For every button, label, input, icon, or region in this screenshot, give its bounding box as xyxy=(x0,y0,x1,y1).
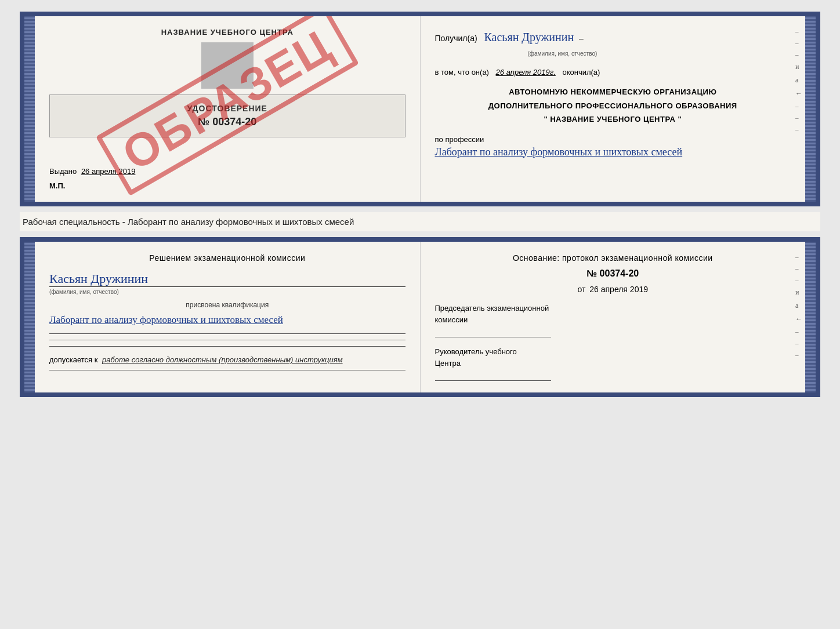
issued-date: 26 апреля 2019 xyxy=(81,167,136,176)
finished-label: окончил(а) xyxy=(562,68,600,77)
osnov-title: Основание: протокол экзаменационной коми… xyxy=(435,253,791,263)
bottom-name: Касьян Дружинин xyxy=(49,271,148,286)
admission-text: работе согласно должностным (производств… xyxy=(102,355,343,364)
issued-line: Выдано 26 апреля 2019 xyxy=(49,167,405,176)
bottom-name-label: (фамилия, имя, отчество) xyxy=(49,289,405,295)
name-underline xyxy=(49,286,405,287)
received-name: Касьян Дружинин xyxy=(484,31,574,43)
received-prefix: Получил(а) xyxy=(435,34,477,43)
side-dashes-top: – – – и а ← – – – xyxy=(795,28,802,133)
photo-placeholder xyxy=(201,42,254,89)
cert-box: УДОСТОВЕРЕНИЕ № 00374-20 xyxy=(49,94,405,137)
spine-left xyxy=(24,16,35,202)
profession-block: по профессии Лаборант по анализу формово… xyxy=(435,135,791,161)
admission-block: допускается к работе согласно должностны… xyxy=(49,355,405,364)
school-name-title: НАЗВАНИЕ УЧЕБНОГО ЦЕНТРА xyxy=(49,28,405,37)
bottom-left-panel: Решением экзаменационной комиссии Касьян… xyxy=(35,242,421,392)
protocol-number: № 00374-20 xyxy=(435,268,791,279)
org-block: АВТОНОМНУЮ НЕКОММЕРЧЕСКУЮ ОРГАНИЗАЦИЮ ДО… xyxy=(435,85,791,126)
org-line3: " НАЗВАНИЕ УЧЕБНОГО ЦЕНТРА " xyxy=(435,112,791,126)
org-line2: ДОПОЛНИТЕЛЬНОГО ПРОФЕССИОНАЛЬНОГО ОБРАЗО… xyxy=(435,99,791,112)
komissia-title: Решением экзаменационной комиссии xyxy=(49,253,405,263)
middle-text: Рабочая специальность - Лаборант по анал… xyxy=(20,212,820,231)
dash-separator: – xyxy=(579,34,584,43)
h-line-1 xyxy=(49,333,405,334)
top-document: НАЗВАНИЕ УЧЕБНОГО ЦЕНТРА УДОСТОВЕРЕНИЕ №… xyxy=(20,12,820,206)
head-label: Руководитель учебногоЦентра xyxy=(435,346,791,369)
top-right-panel: Получил(а) Касьян Дружинин – (фамилия, и… xyxy=(421,16,806,202)
bottom-document: Решением экзаменационной комиссии Касьян… xyxy=(20,237,820,397)
bottom-name-block: Касьян Дружинин (фамилия, имя, отчество) xyxy=(49,271,405,295)
spine-right-top xyxy=(805,16,816,202)
chairman-label: Председатель экзаменационнойкомиссии xyxy=(435,303,791,325)
admission-prefix: допускается к xyxy=(49,355,97,364)
qualification-text: Лаборант по анализу формовочных и шихтов… xyxy=(49,312,405,328)
org-line1: АВТОНОМНУЮ НЕКОММЕРЧЕСКУЮ ОРГАНИЗАЦИЮ xyxy=(435,85,791,99)
cert-number: № 00374-20 xyxy=(59,116,396,128)
chairman-sig-line xyxy=(435,337,551,337)
received-line: Получил(а) Касьян Дружинин – (фамилия, и… xyxy=(435,28,791,59)
bottom-right-panel: Основание: протокол экзаменационной коми… xyxy=(421,242,806,392)
date-prefix: в том, что он(а) xyxy=(435,68,489,77)
mp-label: М.П. xyxy=(49,181,405,190)
side-dashes-bottom: – – – и а ← – – – xyxy=(795,253,802,358)
h-line-3 xyxy=(49,346,405,347)
from-date-value: 26 апреля 2019 xyxy=(589,285,648,294)
name-label: (фамилия, имя, отчество) xyxy=(528,50,598,57)
profession-text: Лаборант по анализу формовочных и шихтов… xyxy=(435,144,791,161)
from-date: от 26 апреля 2019 xyxy=(435,285,791,294)
date-value: 26 апреля 2019г. xyxy=(496,68,556,77)
from-prefix: от xyxy=(577,285,585,294)
qualification-label: присвоена квалификация xyxy=(49,301,405,309)
h-line-4 xyxy=(49,370,405,370)
top-left-panel: НАЗВАНИЕ УЧЕБНОГО ЦЕНТРА УДОСТОВЕРЕНИЕ №… xyxy=(35,16,421,202)
spine-left-bottom xyxy=(24,242,35,392)
profession-label: по профессии xyxy=(435,135,791,144)
date-line: в том, что он(а) 26 апреля 2019г. окончи… xyxy=(435,68,791,77)
head-sig-line xyxy=(435,380,551,381)
stamp-container: УДОСТОВЕРЕНИЕ № 00374-20 ОБРАЗЕЦ xyxy=(49,42,405,158)
h-line-2 xyxy=(49,340,405,340)
cert-title: УДОСТОВЕРЕНИЕ xyxy=(59,104,396,113)
spine-right-bottom xyxy=(805,242,816,392)
issued-label: Выдано xyxy=(49,167,77,176)
